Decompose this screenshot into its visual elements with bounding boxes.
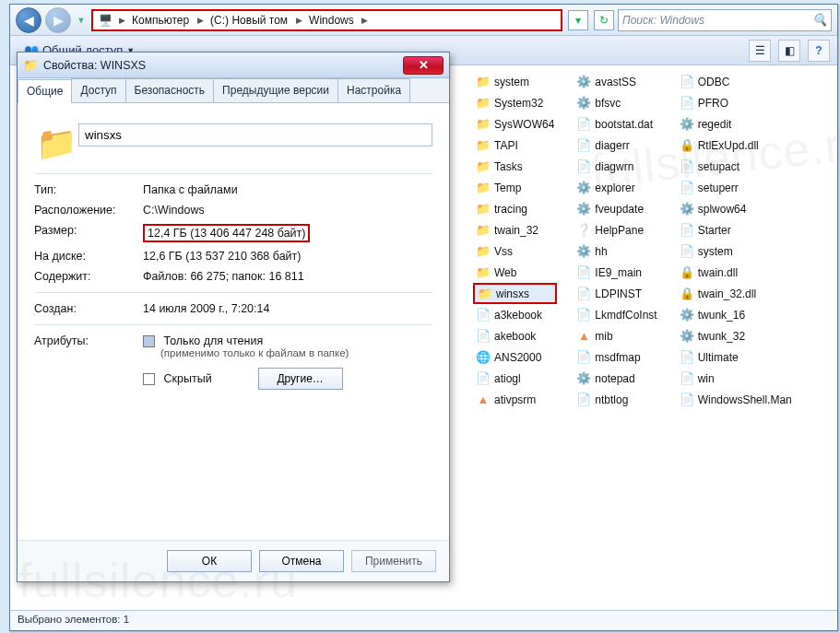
file-item[interactable]: LDPINST bbox=[574, 283, 659, 304]
folder-icon bbox=[476, 181, 491, 195]
file-item[interactable]: twain_32.dll bbox=[677, 283, 795, 304]
file-item[interactable]: akebook bbox=[473, 325, 557, 346]
file-item-label: WindowsShell.Man bbox=[698, 393, 792, 406]
file-item[interactable]: bootstat.dat bbox=[574, 113, 659, 135]
file-item[interactable]: System32 bbox=[473, 92, 557, 113]
file-item[interactable]: Ultimate bbox=[677, 346, 795, 368]
dialog-titlebar[interactable]: Свойства: WINSXS ✕ bbox=[18, 53, 449, 78]
file-item-label: twain.dll bbox=[698, 266, 738, 279]
label-type: Тип: bbox=[34, 183, 143, 196]
hidden-checkbox[interactable] bbox=[143, 373, 155, 385]
file-item[interactable]: explorer bbox=[574, 177, 659, 198]
file-item[interactable]: IE9_main bbox=[574, 262, 659, 283]
folder-icon bbox=[478, 287, 492, 301]
file-item-label: explorer bbox=[595, 182, 634, 194]
help-button[interactable]: ? bbox=[808, 40, 830, 62]
hidden-checkbox-row[interactable]: Скрытый bbox=[143, 372, 212, 385]
tab-previous-versions[interactable]: Предыдущие версии bbox=[213, 78, 338, 102]
nav-history-drop[interactable]: ▼ bbox=[75, 11, 88, 29]
address-breadcrumb[interactable]: 🖥️ ▶ Компьютер ▶ (C:) Новый том ▶ Window… bbox=[91, 9, 562, 31]
label-attributes: Атрибуты: bbox=[34, 334, 143, 347]
file-icon bbox=[680, 371, 694, 386]
refresh-button[interactable]: ↻ bbox=[594, 10, 614, 30]
file-item-label: bootstat.dat bbox=[595, 118, 653, 131]
nav-forward-button[interactable]: ▶ bbox=[45, 7, 71, 33]
file-item[interactable]: ativpsrm bbox=[473, 389, 557, 410]
file-item[interactable]: ANS2000 bbox=[473, 346, 557, 368]
tab-customize[interactable]: Настройка bbox=[337, 78, 410, 102]
file-item-label: avastSS bbox=[595, 76, 636, 88]
file-icon bbox=[476, 329, 491, 344]
close-button[interactable]: ✕ bbox=[403, 56, 444, 75]
file-item[interactable]: ODBC bbox=[677, 71, 795, 92]
other-attributes-button[interactable]: Другие… bbox=[258, 368, 343, 390]
readonly-checkbox[interactable] bbox=[143, 335, 155, 347]
dialog-body: 📁 Тип: Папка с файлами Расположение: C:\… bbox=[18, 103, 449, 540]
file-item[interactable]: bfsvc bbox=[574, 92, 659, 113]
label-location: Расположение: bbox=[34, 204, 143, 217]
file-item[interactable]: avastSS bbox=[574, 71, 659, 92]
tab-sharing[interactable]: Доступ bbox=[71, 78, 125, 102]
file-item[interactable]: hh bbox=[574, 240, 659, 262]
file-item[interactable]: win bbox=[677, 368, 795, 389]
preview-pane-button[interactable]: ◧ bbox=[778, 40, 800, 62]
file-item[interactable]: regedit bbox=[677, 113, 795, 135]
file-item[interactable]: Temp bbox=[473, 177, 557, 198]
properties-dialog: Свойства: WINSXS ✕ Общие Доступ Безопасн… bbox=[17, 52, 450, 582]
readonly-checkbox-row[interactable]: Только для чтения (применимо только к фа… bbox=[143, 334, 432, 358]
file-item[interactable]: diagerr bbox=[574, 135, 659, 156]
apply-button[interactable]: Применить bbox=[351, 550, 436, 572]
file-item[interactable]: twain_32 bbox=[473, 219, 557, 240]
file-item[interactable]: Web bbox=[473, 262, 557, 283]
ok-button[interactable]: ОК bbox=[167, 550, 252, 572]
search-input[interactable]: Поиск: Windows 🔍 bbox=[618, 9, 832, 31]
file-item[interactable]: atiogl bbox=[473, 368, 557, 389]
file-item[interactable]: twunk_16 bbox=[677, 304, 795, 325]
file-item[interactable]: mib bbox=[574, 325, 659, 346]
file-list-pane[interactable]: systemSystem32SysWOW64TAPITasksTemptraci… bbox=[469, 65, 837, 610]
file-item[interactable]: twain.dll bbox=[677, 262, 795, 283]
file-item[interactable]: a3kebook bbox=[473, 304, 557, 325]
address-dropdown-button[interactable]: ▾ bbox=[568, 10, 588, 30]
file-item[interactable]: LkmdfCoInst bbox=[574, 304, 659, 325]
file-icon bbox=[680, 393, 694, 407]
folder-icon bbox=[476, 96, 491, 111]
label-ondisk: На диске: bbox=[34, 250, 143, 263]
file-item[interactable]: tracing bbox=[473, 198, 557, 219]
file-item[interactable]: Tasks bbox=[473, 156, 557, 177]
tab-general[interactable]: Общие bbox=[18, 79, 72, 103]
chevron-right-icon: ▶ bbox=[117, 16, 126, 25]
file-item[interactable]: PFRO bbox=[677, 92, 795, 113]
file-item[interactable]: winsxs bbox=[473, 283, 557, 304]
file-item[interactable]: Starter bbox=[677, 219, 795, 240]
file-item-label: Tasks bbox=[494, 160, 523, 173]
file-item[interactable]: TAPI bbox=[473, 135, 557, 156]
file-item[interactable]: system bbox=[677, 240, 795, 262]
tab-security[interactable]: Безопасность bbox=[125, 78, 215, 102]
nav-back-button[interactable]: ◀ bbox=[16, 7, 41, 33]
crumb-computer[interactable]: Компьютер bbox=[126, 11, 195, 29]
cancel-button[interactable]: Отмена bbox=[259, 550, 344, 572]
file-item[interactable]: Vss bbox=[473, 240, 557, 262]
file-item[interactable]: SysWOW64 bbox=[473, 113, 557, 135]
dialog-footer: ОК Отмена Применить bbox=[18, 540, 449, 581]
crumb-folder[interactable]: Windows bbox=[303, 11, 361, 29]
file-item[interactable]: splwow64 bbox=[677, 198, 795, 219]
file-item[interactable]: system bbox=[473, 71, 557, 92]
file-item[interactable]: twunk_32 bbox=[677, 325, 795, 346]
file-item-label: fveupdate bbox=[595, 203, 644, 216]
file-item[interactable]: notepad bbox=[574, 368, 659, 389]
folder-name-input[interactable] bbox=[78, 123, 432, 147]
file-item[interactable]: fveupdate bbox=[574, 198, 659, 219]
file-item[interactable]: setupact bbox=[677, 156, 795, 177]
file-item[interactable]: ntbtlog bbox=[574, 389, 659, 410]
file-item[interactable]: msdfmap bbox=[574, 346, 659, 368]
file-item[interactable]: WindowsShell.Man bbox=[677, 389, 795, 410]
view-mode-button[interactable]: ☰ bbox=[749, 40, 771, 62]
exe-icon bbox=[680, 117, 694, 132]
file-item[interactable]: diagwrn bbox=[574, 156, 659, 177]
file-item[interactable]: RtlExUpd.dll bbox=[677, 135, 795, 156]
file-item[interactable]: HelpPane bbox=[574, 219, 659, 240]
crumb-drive[interactable]: (C:) Новый том bbox=[205, 11, 294, 29]
file-item[interactable]: setuperr bbox=[677, 177, 795, 198]
